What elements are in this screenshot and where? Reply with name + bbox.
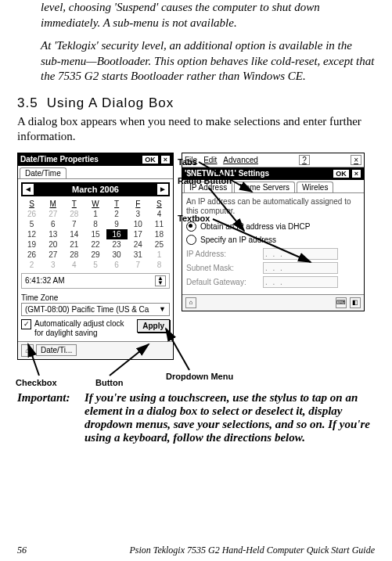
month-label: March 2006 bbox=[34, 185, 157, 194]
cal-day[interactable]: 26 bbox=[21, 250, 42, 260]
cal-day[interactable]: 7 bbox=[128, 260, 149, 270]
dialog-title-bar: Date/Time Properties OK × bbox=[18, 153, 173, 166]
cal-day[interactable]: 6 bbox=[106, 260, 128, 270]
cal-day[interactable]: 3 bbox=[128, 209, 149, 219]
ip-close-button[interactable]: × bbox=[351, 169, 361, 178]
cal-day[interactable]: 1 bbox=[85, 209, 106, 219]
cal-day[interactable]: 27 bbox=[42, 209, 63, 219]
cal-head: W bbox=[85, 199, 106, 209]
cal-day[interactable]: 8 bbox=[149, 260, 170, 270]
cal-day[interactable]: 4 bbox=[149, 209, 170, 219]
cal-day[interactable]: 29 bbox=[85, 250, 106, 260]
cal-head: S bbox=[21, 199, 42, 209]
default-gateway-input[interactable]: . . . bbox=[263, 276, 338, 288]
cal-day[interactable]: 27 bbox=[42, 250, 63, 260]
apply-button[interactable]: Apply bbox=[137, 319, 170, 333]
callout-button: Button bbox=[95, 378, 123, 387]
ip-address-input[interactable]: . . . bbox=[263, 248, 338, 260]
next-month-button[interactable]: ► bbox=[157, 184, 168, 195]
cal-day[interactable]: 9 bbox=[106, 219, 128, 229]
cal-head: M bbox=[42, 199, 63, 209]
page-footer: 56 Psion Teklogix 7535 G2 Hand-Held Comp… bbox=[17, 545, 375, 556]
cal-day[interactable]: 28 bbox=[63, 250, 85, 260]
callout-textbox: Textbox bbox=[178, 214, 210, 223]
cal-day[interactable]: 4 bbox=[63, 260, 85, 270]
cal-day[interactable]: 20 bbox=[42, 239, 63, 250]
figure-row: Date/Time Properties OK × Date/Time ◄ Ma… bbox=[17, 153, 375, 360]
section-number: 3.5 bbox=[17, 95, 42, 111]
cal-day[interactable]: 3 bbox=[42, 260, 63, 270]
callout-checkbox: Checkbox bbox=[16, 378, 57, 387]
start-icon[interactable]: ⌂ bbox=[185, 297, 196, 308]
cal-day[interactable]: 13 bbox=[42, 229, 63, 239]
radio-dhcp-label: Obtain an IP address via DHCP bbox=[200, 222, 310, 231]
timezone-select[interactable]: (GMT-08:00) Pacific Time (US & Ca ▼ bbox=[21, 303, 170, 316]
menu-bar: File Edit Advanced ? × bbox=[182, 153, 364, 167]
cal-day[interactable]: 5 bbox=[21, 219, 42, 229]
cal-day[interactable]: 22 bbox=[85, 239, 106, 250]
page-number: 56 bbox=[17, 545, 27, 556]
cal-day[interactable]: 12 bbox=[21, 229, 42, 239]
cal-day[interactable]: 17 bbox=[128, 229, 149, 239]
menu-help[interactable]: ? bbox=[299, 155, 310, 165]
cal-day[interactable]: 2 bbox=[106, 209, 128, 219]
time-input[interactable]: 6:41:32 AM ▲▼ bbox=[21, 273, 170, 289]
cal-day[interactable]: 30 bbox=[106, 250, 128, 260]
dst-checkbox-label: Automatically adjust clock for daylight … bbox=[34, 319, 134, 338]
ok-button[interactable]: OK bbox=[142, 155, 159, 164]
cal-day[interactable]: 2 bbox=[21, 260, 42, 270]
cal-day[interactable]: 7 bbox=[63, 219, 85, 229]
window-close-icon[interactable]: × bbox=[351, 155, 361, 165]
cal-head: F bbox=[128, 199, 149, 209]
radio-specify-ip-label: Specify an IP address bbox=[200, 236, 276, 244]
cal-day[interactable]: 25 bbox=[149, 239, 170, 250]
cal-day[interactable]: 23 bbox=[106, 239, 128, 250]
tab-name-servers[interactable]: Name Servers bbox=[234, 182, 295, 192]
cal-day[interactable]: 18 bbox=[149, 229, 170, 239]
cal-head: T bbox=[63, 199, 85, 209]
tab-date-time[interactable]: Date/Time bbox=[20, 167, 67, 178]
dst-checkbox[interactable]: ✓ bbox=[21, 319, 31, 329]
cal-day[interactable]: 19 bbox=[21, 239, 42, 250]
cal-day[interactable]: 10 bbox=[128, 219, 149, 229]
cal-day[interactable]: 31 bbox=[128, 250, 149, 260]
subnet-mask-input[interactable]: . . . bbox=[263, 262, 338, 274]
cal-day[interactable]: 6 bbox=[42, 219, 63, 229]
dropdown-arrow-icon[interactable]: ▼ bbox=[159, 305, 166, 313]
cal-day[interactable]: 8 bbox=[85, 219, 106, 229]
date-time-dialog: Date/Time Properties OK × Date/Time ◄ Ma… bbox=[17, 153, 174, 360]
cal-day[interactable]: 28 bbox=[63, 209, 85, 219]
cal-day-selected[interactable]: 16 bbox=[106, 229, 128, 239]
taskbar: ⌂ Date/Ti... bbox=[18, 341, 173, 359]
calendar-grid[interactable]: S M T W T F S 26 27 28 1 2 3 bbox=[21, 199, 170, 270]
ip-info-text: An IP address can be automatically assig… bbox=[186, 197, 360, 217]
cal-day[interactable]: 15 bbox=[85, 229, 106, 239]
prev-month-button[interactable]: ◄ bbox=[23, 184, 34, 195]
cal-day[interactable]: 14 bbox=[63, 229, 85, 239]
time-value: 6:41:32 AM bbox=[25, 276, 65, 285]
close-button[interactable]: × bbox=[160, 155, 171, 164]
cal-day[interactable]: 26 bbox=[21, 209, 42, 219]
sip-icon[interactable]: ⌨ bbox=[336, 297, 347, 308]
tab-wireless[interactable]: Wireles bbox=[297, 182, 333, 192]
cal-head: T bbox=[106, 199, 128, 209]
time-spin-buttons[interactable]: ▲▼ bbox=[155, 275, 166, 286]
taskbar-app-button[interactable]: Date/Ti... bbox=[36, 344, 77, 356]
cal-day[interactable]: 21 bbox=[63, 239, 85, 250]
ip-address-label: IP Address: bbox=[186, 250, 258, 258]
cal-day[interactable]: 24 bbox=[128, 239, 149, 250]
section-title: Using A Dialog Box bbox=[47, 95, 174, 110]
ip-ok-button[interactable]: OK bbox=[333, 169, 350, 178]
radio-specify-ip[interactable] bbox=[186, 235, 196, 245]
menu-advanced[interactable]: Advanced bbox=[223, 156, 257, 164]
cal-day[interactable]: 1 bbox=[149, 250, 170, 260]
start-icon[interactable]: ⌂ bbox=[21, 344, 34, 357]
cal-day[interactable]: 11 bbox=[149, 219, 170, 229]
important-text: If you're using a touchscreen, use the s… bbox=[85, 391, 375, 444]
tray-icon[interactable]: ◧ bbox=[350, 297, 361, 308]
dialog-title: Date/Time Properties bbox=[20, 155, 140, 164]
cal-day[interactable]: 5 bbox=[85, 260, 106, 270]
callout-radio-button: Radio Button bbox=[178, 176, 207, 185]
subnet-mask-label: Subnet Mask: bbox=[186, 264, 258, 272]
menu-edit[interactable]: Edit bbox=[203, 156, 217, 164]
